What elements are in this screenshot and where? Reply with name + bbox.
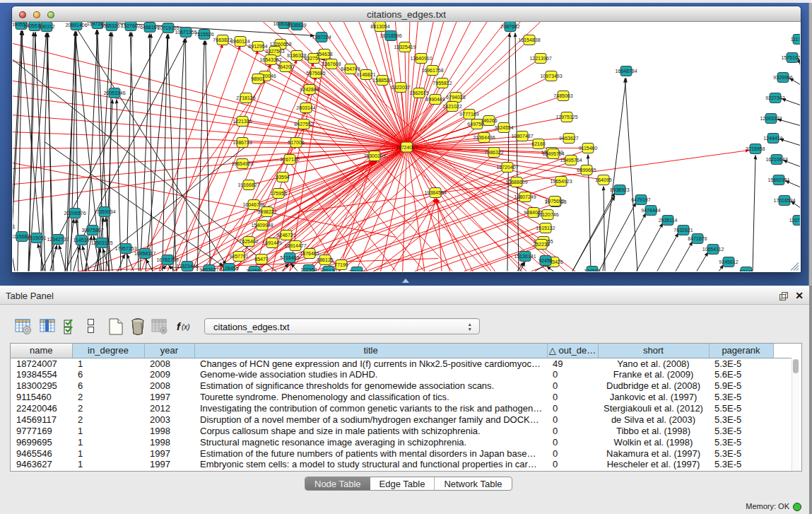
svg-text:12342737: 12342737 (47, 237, 69, 242)
svg-text:83741: 83741 (739, 269, 753, 271)
svg-text:2087682: 2087682 (500, 24, 519, 29)
svg-text:2935114: 2935114 (659, 218, 678, 223)
svg-text:8960124: 8960124 (230, 39, 249, 44)
svg-text:16914477: 16914477 (284, 243, 306, 248)
svg-text:3327503: 3327503 (265, 49, 284, 54)
svg-text:13640910: 13640910 (410, 56, 432, 61)
svg-text:2367608: 2367608 (322, 62, 341, 66)
svg-text:1075692: 1075692 (545, 199, 564, 204)
svg-text:3624554: 3624554 (494, 125, 513, 130)
svg-text:6479197: 6479197 (631, 197, 650, 202)
svg-text:10653267: 10653267 (100, 23, 122, 28)
svg-text:8427552: 8427552 (294, 122, 313, 127)
svg-text:1621022: 1621022 (442, 104, 461, 109)
svg-text:7357224: 7357224 (312, 35, 331, 40)
svg-text:111724: 111724 (791, 37, 800, 42)
svg-text:10688609: 10688609 (505, 180, 527, 185)
svg-text:16046738: 16046738 (242, 202, 264, 207)
svg-text:19384554: 19384554 (424, 190, 446, 195)
svg-text:9245612: 9245612 (719, 259, 738, 264)
svg-text:8454749: 8454749 (341, 66, 360, 71)
svg-text:1167534: 1167534 (789, 218, 800, 223)
svg-text:2718126: 2718126 (236, 95, 255, 100)
svg-text:20691406: 20691406 (65, 23, 87, 28)
svg-text:164200: 164200 (277, 64, 293, 69)
svg-text:15409948: 15409948 (251, 223, 273, 228)
svg-text:9329966: 9329966 (773, 75, 792, 80)
svg-text:12323446: 12323446 (176, 264, 198, 269)
svg-text:932120: 932120 (320, 269, 336, 271)
svg-text:12975125: 12975125 (555, 115, 577, 119)
svg-text:16961758: 16961758 (421, 68, 443, 73)
svg-text:16648784: 16648784 (615, 69, 637, 74)
svg-text:26053346: 26053346 (103, 90, 125, 95)
svg-text:9115460: 9115460 (579, 146, 598, 151)
svg-text:3267130: 3267130 (280, 157, 299, 162)
svg-text:16782759: 16782759 (156, 257, 178, 262)
svg-text:335061: 335061 (13, 224, 16, 229)
svg-text:92456: 92456 (539, 258, 553, 263)
svg-text:21364436: 21364436 (473, 135, 495, 140)
svg-text:1588520: 1588520 (372, 78, 392, 83)
svg-text:16210643: 16210643 (765, 157, 787, 162)
svg-text:62160: 62160 (531, 141, 546, 146)
svg-text:9463627: 9463627 (199, 267, 218, 271)
svg-text:8813054: 8813054 (370, 24, 389, 29)
svg-text:746266: 746266 (481, 118, 497, 123)
svg-text:1086733: 1086733 (233, 140, 252, 145)
svg-text:186125: 186125 (317, 257, 333, 262)
svg-text:10958117: 10958117 (134, 251, 156, 256)
svg-text:7485063: 7485063 (553, 93, 572, 98)
svg-text:16543362: 16543362 (259, 57, 281, 62)
svg-text:9146821: 9146821 (356, 72, 375, 77)
svg-text:930312: 930312 (38, 24, 54, 29)
svg-text:114519: 114519 (73, 238, 90, 243)
svg-text:98901: 98901 (251, 76, 265, 81)
svg-text:7632621: 7632621 (673, 228, 693, 233)
svg-text:1244419: 1244419 (763, 136, 782, 141)
svg-text:12213967: 12213967 (529, 56, 551, 61)
svg-text:9246721: 9246721 (276, 233, 295, 238)
svg-text:517006: 517006 (288, 140, 304, 145)
svg-text:19654923: 19654923 (231, 161, 253, 166)
svg-text:9457791: 9457791 (229, 254, 248, 259)
svg-text:13325419: 13325419 (394, 45, 416, 49)
svg-text:12093322: 12093322 (760, 116, 782, 121)
svg-text:164095: 164095 (595, 177, 611, 182)
svg-text:12260658: 12260658 (269, 42, 291, 47)
svg-text:6322037: 6322037 (391, 85, 410, 90)
svg-text:102954: 102954 (300, 267, 317, 271)
svg-text:9777169: 9777169 (459, 112, 478, 117)
svg-text:104593: 104593 (584, 269, 600, 271)
svg-text:13495764: 13495764 (542, 151, 564, 156)
svg-text:85477: 85477 (254, 257, 269, 262)
svg-text:1615132: 1615132 (536, 226, 555, 230)
svg-text:17359934: 17359934 (93, 209, 115, 214)
svg-text:77190: 77190 (334, 262, 348, 267)
svg-text:6899695: 6899695 (577, 168, 596, 173)
svg-text:18807249: 18807249 (514, 194, 536, 199)
svg-text:10671355: 10671355 (175, 30, 196, 35)
svg-text:25300203: 25300203 (363, 153, 385, 158)
svg-text:10654112: 10654112 (702, 247, 724, 252)
svg-text:5716465: 5716465 (280, 255, 299, 260)
svg-text:16154838: 16154838 (518, 37, 540, 42)
svg-text:1221336: 1221336 (233, 119, 252, 124)
svg-text:6794028: 6794028 (446, 95, 465, 100)
svg-text:19218596: 19218596 (379, 33, 401, 38)
svg-text:175953: 175953 (270, 191, 286, 196)
svg-text:7663822: 7663822 (213, 37, 232, 42)
svg-text:294568: 294568 (246, 269, 262, 271)
svg-text:53594: 53594 (276, 175, 290, 180)
svg-text:8938923: 8938923 (610, 187, 629, 192)
svg-text:9242848: 9242848 (300, 87, 319, 92)
svg-text:18724007: 18724007 (396, 144, 418, 149)
svg-text:8128455: 8128455 (219, 266, 238, 271)
svg-text:7515526: 7515526 (194, 32, 213, 37)
svg-text:3498222: 3498222 (257, 209, 276, 214)
svg-text:1576465: 1576465 (300, 251, 319, 256)
svg-text:2803144: 2803144 (296, 105, 315, 110)
svg-text:7986322: 7986322 (484, 150, 503, 155)
svg-text:8990448: 8990448 (425, 97, 445, 102)
svg-text:16120746: 16120746 (536, 212, 558, 217)
